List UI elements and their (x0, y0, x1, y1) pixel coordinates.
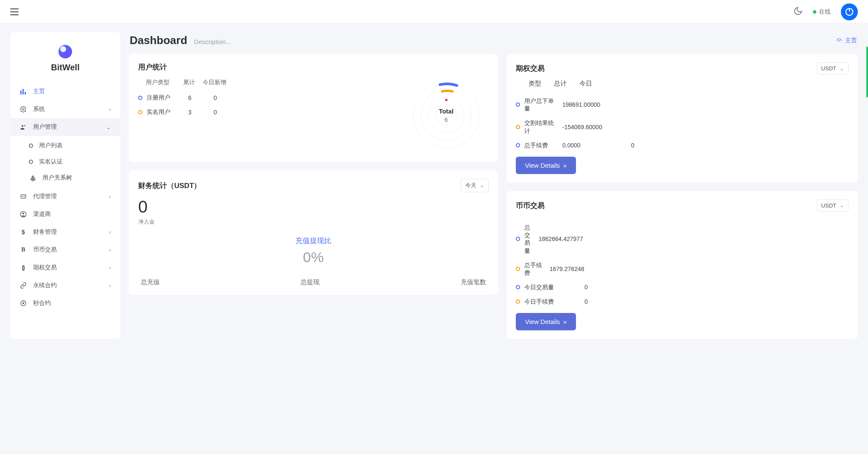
users-icon (19, 123, 27, 131)
sidebar-item-label: 永续合约 (33, 282, 57, 289)
sidebar-item-label: 秒合约 (33, 299, 51, 307)
card-title: 期权交易 (516, 64, 545, 73)
brand-logo-icon (58, 45, 72, 58)
chevron-left-icon: ‹ (109, 246, 111, 253)
ring-icon (516, 102, 520, 107)
chevron-left-icon: ‹ (109, 193, 111, 200)
row-sum: 6 (181, 94, 198, 101)
sidebar-sub-user-tree[interactable]: 用户关系树 (10, 170, 120, 186)
sidebar-item-agent[interactable]: 代理管理 ‹ (10, 188, 120, 205)
tree-icon (29, 174, 36, 182)
sidebar-item-options[interactable]: ₿ 期权交易 ‹ (10, 259, 120, 277)
chevron-down-icon: ⌄ (106, 124, 111, 130)
row-today: 0 (203, 109, 228, 116)
arrow-right-icon: » (563, 318, 567, 325)
sidebar: BitWell 主页 系统 ‹ 用户管理 ⌄ 用户列表 实名认证 (10, 32, 120, 339)
sidebar-item-finance[interactable]: $ 财务管理 ‹ (10, 223, 120, 241)
sidebar-item-system[interactable]: 系统 ‹ (10, 100, 120, 118)
ring-icon (138, 110, 142, 114)
svg-point-13 (22, 213, 24, 214)
scroll-indicator (866, 47, 868, 97)
row-label: 总交易量 (524, 224, 534, 255)
svg-rect-2 (20, 91, 22, 94)
row-sum: 3 (181, 109, 198, 116)
donut-chart: Total 6 (404, 77, 489, 153)
chevron-left-icon: ‹ (109, 106, 111, 113)
svg-point-21 (445, 99, 448, 101)
ring-icon (516, 125, 520, 129)
svg-rect-4 (25, 92, 26, 94)
period-select[interactable]: 今天 ⌄ (461, 179, 489, 192)
donut-total-value: 6 (439, 116, 453, 123)
card-user-stats: 用户统计 用户类型 累计 今日新增 注册用户 6 (129, 54, 498, 162)
chevron-down-icon: ⌄ (480, 183, 484, 188)
sidebar-item-home[interactable]: 主页 (10, 83, 120, 100)
row-val: 0 (562, 298, 588, 305)
spot-row: 总交易量 1862664.427977 (516, 220, 849, 258)
sidebar-item-second-contract[interactable]: 秒合约 (10, 294, 120, 312)
ring-icon (516, 299, 520, 304)
ratio-title: 充值提现比 (138, 236, 489, 246)
breadcrumb-label: 主页 (845, 37, 857, 44)
card-finance: 财务统计（USDT） 今天 ⌄ 0 净入金 充值提现比 0% 总充值 (129, 170, 498, 295)
row-label: 注册用户 (147, 94, 177, 102)
breadcrumb[interactable]: 主页 (836, 37, 857, 44)
card-title: 财务统计（USDT） (138, 181, 201, 191)
view-details-button[interactable]: View Details » (516, 157, 576, 174)
card-title: 币币交易 (516, 201, 545, 210)
sidebar-item-perpetual[interactable]: 永续合约 ‹ (10, 277, 120, 294)
row-val: 1862664.427977 (539, 235, 590, 242)
bold-icon: B (19, 246, 27, 254)
sidebar-item-user-mgmt[interactable]: 用户管理 ⌄ (10, 118, 120, 136)
sidebar-item-spot[interactable]: B 币币交易 ‹ (10, 241, 120, 259)
row-label: 今日手续费 (524, 298, 558, 305)
th-sum: 累计 (181, 79, 198, 86)
row-label: 总手续费 (524, 261, 545, 277)
menu-toggle-button[interactable] (10, 8, 19, 15)
stat-row: 实名用户 3 0 (138, 105, 394, 119)
chevron-left-icon: ‹ (109, 264, 111, 271)
row-val: 198691.00000 (562, 101, 613, 108)
sidebar-sub-user-list[interactable]: 用户列表 (10, 138, 120, 154)
row-label: 交割结果统计 (524, 119, 558, 134)
arrow-right-icon: » (563, 162, 567, 169)
chevron-left-icon: ‹ (109, 282, 111, 289)
card-title: 用户统计 (138, 62, 489, 72)
stat-row: 注册用户 6 0 (138, 91, 394, 105)
sidebar-item-channel[interactable]: 渠道商 (10, 205, 120, 223)
ring-icon (516, 143, 520, 147)
ring-icon (138, 96, 142, 100)
th-type: 用户类型 (146, 79, 176, 86)
sidebar-item-label: 代理管理 (33, 193, 57, 200)
chevron-left-icon: ‹ (109, 229, 111, 235)
currency-select[interactable]: USDT ⌄ (817, 199, 849, 212)
spot-row: 总手续费 1679.276248 (516, 258, 849, 280)
brand-name: BitWell (10, 63, 120, 72)
currency-selected: USDT (821, 202, 836, 209)
svg-rect-1 (849, 9, 850, 11)
svg-rect-3 (22, 89, 24, 94)
sidebar-sub-realname[interactable]: 实名认证 (10, 154, 120, 170)
card-spot-trading: 币币交易 USDT ⌄ 总交易量 1862664.427977 (506, 191, 858, 339)
sidebar-item-label: 渠道商 (33, 210, 51, 218)
brand: BitWell (10, 41, 120, 83)
svg-rect-10 (24, 196, 25, 196)
donut-total-label: Total (439, 108, 453, 115)
avatar[interactable] (841, 3, 858, 20)
dashboard-icon (836, 37, 843, 44)
sidebar-sub-label: 用户关系树 (42, 174, 72, 182)
topbar: 在线 (0, 0, 868, 24)
svg-point-5 (22, 108, 24, 110)
status-dot-icon (813, 10, 816, 14)
currency-select[interactable]: USDT ⌄ (817, 62, 849, 75)
ring-icon (516, 267, 520, 271)
col-withdraw: 总提现 (300, 278, 320, 286)
dark-mode-toggle[interactable] (793, 6, 803, 17)
bullet-icon (29, 144, 33, 148)
currency-selected: USDT (821, 65, 836, 72)
view-details-button[interactable]: View Details » (516, 313, 576, 330)
svg-point-7 (24, 125, 25, 126)
net-deposit-label: 净入金 (138, 218, 489, 226)
card-options-trading: 期权交易 USDT ⌄ 类型 总计 今日 用户总下单量 1 (506, 54, 858, 183)
bars-icon (19, 88, 27, 95)
